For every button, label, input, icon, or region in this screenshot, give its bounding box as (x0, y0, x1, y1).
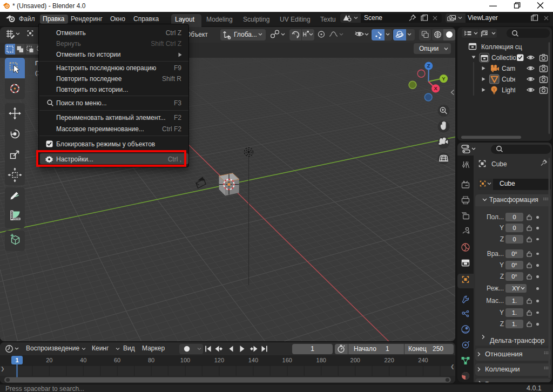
svg-text:❮: ❮ (450, 364, 455, 370)
svg-text:240: 240 (418, 357, 428, 363)
svg-text:Cube: Cube (502, 76, 517, 83)
svg-text:Cube: Cube (491, 160, 507, 168)
svg-text:Light: Light (502, 86, 516, 94)
svg-text:80: 80 (148, 357, 154, 363)
svg-text:160: 160 (282, 357, 292, 363)
svg-text:Коллекция сц: Коллекция сц (481, 43, 522, 51)
svg-text:❯: ❯ (1, 366, 5, 372)
svg-text:X: X (434, 85, 438, 91)
svg-text:Collection: Collection (491, 54, 520, 62)
svg-text:220: 220 (384, 357, 394, 363)
svg-text:Z: Z (427, 63, 430, 69)
svg-text:1: 1 (15, 357, 18, 363)
svg-text:Y: Y (442, 76, 446, 82)
svg-text:40: 40 (80, 357, 86, 363)
svg-text:140: 140 (248, 357, 258, 363)
svg-text:20: 20 (46, 357, 52, 363)
svg-text:180: 180 (316, 357, 326, 363)
svg-text:100: 100 (180, 357, 190, 363)
svg-text:120: 120 (214, 357, 224, 363)
svg-text:Camera: Camera (502, 65, 525, 72)
svg-text:200: 200 (350, 357, 360, 363)
svg-text:60: 60 (114, 357, 120, 363)
